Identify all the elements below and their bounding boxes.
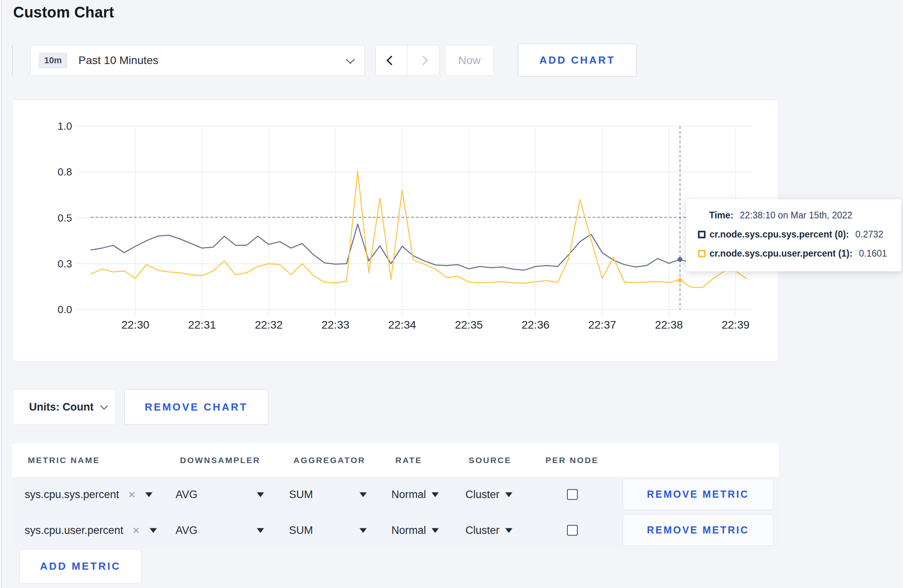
downsampler-value: AVG xyxy=(176,524,197,537)
x-axis-tick-label: 22:31 xyxy=(188,319,216,331)
metric-table-row: sys.cpu.sys.percent ✕ AVG SUM Normal Clu… xyxy=(12,477,779,512)
dropdown-caret-icon xyxy=(360,492,367,497)
metrics-table-header: METRIC NAMEDOWNSAMPLERAGGREGATORRATESOUR… xyxy=(12,444,779,477)
tooltip-series-value: 0.2732 xyxy=(855,229,883,240)
chart-card: 0.00.30.50.81.022:3022:3122:3222:3322:34… xyxy=(12,99,779,361)
y-axis-tick-label: 0.8 xyxy=(58,166,72,178)
y-axis-tick-label: 0.0 xyxy=(58,304,72,315)
tooltip-time-label: Time: xyxy=(709,210,733,221)
timeseries-chart[interactable]: 0.00.30.50.81.022:3022:3122:3222:3322:34… xyxy=(12,100,779,362)
source-value: Cluster xyxy=(465,489,500,501)
dropdown-caret-icon xyxy=(257,528,264,533)
aggregator-value: SUM xyxy=(289,489,313,501)
dropdown-caret-icon xyxy=(432,492,439,497)
tooltip-time-row: Time: 22:38:10 on Mar 15th, 2022 xyxy=(709,210,901,221)
downsampler-select[interactable]: AVG xyxy=(176,524,264,537)
column-header-downsampler: DOWNSAMPLER xyxy=(180,456,260,465)
clear-metric-icon[interactable]: ✕ xyxy=(128,489,136,500)
time-nav-group xyxy=(375,45,439,76)
source-select[interactable]: Cluster xyxy=(465,524,512,537)
dropdown-caret-icon xyxy=(505,492,512,497)
dropdown-caret-icon xyxy=(360,528,367,533)
downsampler-value: AVG xyxy=(176,489,197,501)
remove-metric-label: REMOVE METRIC xyxy=(647,524,749,536)
time-range-select[interactable]: 10m Past 10 Minutes xyxy=(30,45,365,76)
chart-hover-tooltip: Time: 22:38:10 on Mar 15th, 2022 cr.node… xyxy=(686,199,901,271)
hover-point-marker-0 xyxy=(678,257,682,262)
tooltip-series-value: 0.1601 xyxy=(859,248,887,259)
dropdown-caret-icon[interactable] xyxy=(150,528,157,533)
y-axis-tick-label: 1.0 xyxy=(58,120,72,132)
remove-metric-label: REMOVE METRIC xyxy=(647,489,749,500)
tooltip-series-row: cr.node.sys.cpu.user.percent (1): 0.1601 xyxy=(698,248,901,259)
page-title: Custom Chart xyxy=(13,4,114,21)
x-axis-tick-label: 22:32 xyxy=(255,319,283,331)
column-header-per-node: PER NODE xyxy=(545,456,599,465)
time-range-label: Past 10 Minutes xyxy=(78,54,158,67)
metric-name-cell[interactable]: sys.cpu.sys.percent ✕ xyxy=(25,489,152,501)
aggregator-select[interactable]: SUM xyxy=(289,489,367,501)
time-range-badge: 10m xyxy=(39,53,67,68)
tooltip-series-label: cr.node.sys.cpu.sys.percent (0): xyxy=(710,229,849,240)
metric-name-cell[interactable]: sys.cpu.user.percent ✕ xyxy=(25,524,157,537)
toolbar-divider xyxy=(12,45,13,76)
series-line-0 xyxy=(91,224,747,270)
rate-select[interactable]: Normal xyxy=(391,489,439,501)
tooltip-time-value: 22:38:10 on Mar 15th, 2022 xyxy=(740,210,852,221)
x-axis-tick-label: 22:37 xyxy=(588,319,616,331)
column-header-metric-name: METRIC NAME xyxy=(28,456,100,465)
y-axis-tick-label: 0.3 xyxy=(58,258,72,270)
chevron-down-icon xyxy=(346,55,355,64)
rate-select[interactable]: Normal xyxy=(391,524,439,537)
metric-table-row: sys.cpu.user.percent ✕ AVG SUM Normal Cl… xyxy=(12,512,779,548)
rate-value: Normal xyxy=(391,524,426,537)
column-header-aggregator: AGGREGATOR xyxy=(293,456,366,465)
dropdown-caret-icon xyxy=(432,528,439,533)
dropdown-caret-icon xyxy=(505,528,512,533)
remove-metric-button[interactable]: REMOVE METRIC xyxy=(623,479,773,510)
column-header-source: SOURCE xyxy=(469,456,512,465)
remove-metric-button[interactable]: REMOVE METRIC xyxy=(623,514,773,546)
units-select-label: Units: Count xyxy=(29,401,94,413)
tooltip-series-label: cr.node.sys.cpu.user.percent (1): xyxy=(710,248,852,259)
dropdown-caret-icon xyxy=(257,492,264,497)
y-axis-tick-label: 0.5 xyxy=(58,212,72,224)
rate-value: Normal xyxy=(391,489,426,501)
x-axis-tick-label: 22:30 xyxy=(121,319,149,331)
tooltip-series-row: cr.node.sys.cpu.sys.percent (0): 0.2732 xyxy=(698,229,901,240)
chevron-left-icon xyxy=(387,55,397,65)
x-axis-tick-label: 22:39 xyxy=(721,319,749,331)
source-value: Cluster xyxy=(465,524,500,537)
clear-metric-icon[interactable]: ✕ xyxy=(132,525,140,536)
metric-name-text: sys.cpu.user.percent xyxy=(25,524,123,537)
source-select[interactable]: Cluster xyxy=(465,489,512,501)
per-node-checkbox[interactable] xyxy=(567,525,578,536)
remove-chart-button[interactable]: REMOVE CHART xyxy=(124,389,268,425)
downsampler-select[interactable]: AVG xyxy=(176,489,264,501)
metric-name-text: sys.cpu.sys.percent xyxy=(25,489,119,501)
per-node-checkbox[interactable] xyxy=(567,489,578,500)
x-axis-tick-label: 22:38 xyxy=(655,319,683,331)
window-left-border xyxy=(1,0,2,588)
now-button[interactable]: Now xyxy=(445,45,494,76)
column-header-rate: RATE xyxy=(395,456,422,465)
next-range-button[interactable] xyxy=(407,45,439,75)
add-metric-button[interactable]: ADD METRIC xyxy=(20,549,141,584)
dropdown-caret-icon[interactable] xyxy=(145,492,152,497)
add-chart-button[interactable]: ADD CHART xyxy=(518,44,637,77)
chevron-down-icon xyxy=(100,402,108,409)
aggregator-value: SUM xyxy=(289,524,313,537)
x-axis-tick-label: 22:33 xyxy=(321,319,349,331)
hover-point-marker-1 xyxy=(678,278,682,282)
x-axis-tick-label: 22:35 xyxy=(455,319,483,331)
prev-range-button[interactable] xyxy=(376,45,407,75)
series-swatch-icon xyxy=(698,231,706,238)
x-axis-tick-label: 22:34 xyxy=(388,319,416,331)
series-swatch-icon xyxy=(698,250,706,257)
x-axis-tick-label: 22:36 xyxy=(522,319,549,331)
custom-chart-page: { "page": { "title": "Custom Chart" }, "… xyxy=(0,0,903,588)
chevron-right-icon xyxy=(418,55,428,65)
series-line-1 xyxy=(91,171,747,288)
units-select[interactable]: Units: Count xyxy=(13,389,116,425)
aggregator-select[interactable]: SUM xyxy=(289,524,367,537)
